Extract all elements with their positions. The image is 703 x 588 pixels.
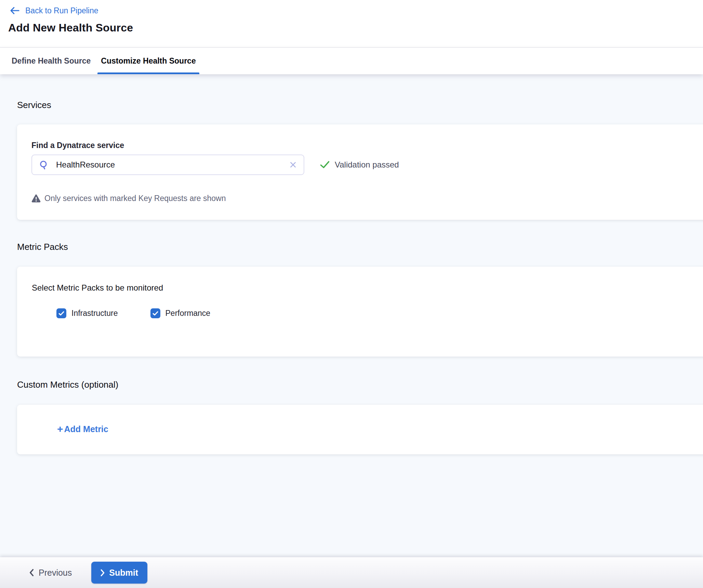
service-search-input[interactable]: HealthResource — [31, 155, 304, 175]
checkbox-checked-icon — [56, 308, 66, 318]
validation-check-icon — [320, 161, 330, 169]
tab-define-health-source[interactable]: Define Health Source — [8, 48, 94, 74]
metric-packs-card: Select Metric Packs to be monitored Infr… — [17, 267, 703, 357]
add-health-source-page: Back to Run Pipeline Add New Health Sour… — [0, 0, 703, 588]
custom-metrics-card: + Add Metric — [17, 405, 703, 454]
previous-button[interactable]: Previous — [29, 568, 72, 578]
metric-packs-heading: Metric Packs — [17, 242, 703, 252]
service-search-label: Find a Dynatrace service — [31, 141, 703, 150]
validation-status: Validation passed — [320, 160, 399, 170]
checkbox-checked-icon — [150, 308, 160, 318]
submit-button[interactable]: Submit — [91, 562, 147, 584]
add-metric-label: Add Metric — [64, 424, 108, 434]
back-link-label: Back to Run Pipeline — [25, 6, 98, 15]
checkbox-performance[interactable]: Performance — [150, 308, 211, 318]
service-search-row: HealthResource Validation passed — [31, 155, 703, 175]
services-card: Find a Dynatrace service HealthResource — [17, 124, 703, 220]
warning-icon — [31, 194, 41, 203]
checkbox-label-performance: Performance — [165, 309, 211, 318]
search-icon — [39, 160, 49, 170]
tab-bar: Define Health Source Customize Health So… — [0, 48, 703, 74]
page-header: Back to Run Pipeline Add New Health Sour… — [0, 0, 703, 48]
back-arrow-icon — [10, 7, 20, 14]
services-heading: Services — [17, 100, 703, 110]
checkbox-infrastructure[interactable]: Infrastructure — [56, 308, 118, 318]
service-search-value: HealthResource — [56, 160, 115, 170]
clear-search-icon[interactable] — [289, 161, 297, 169]
warning-text: Only services with marked Key Requests a… — [44, 194, 226, 203]
chevron-right-icon — [101, 569, 105, 576]
metric-packs-options: Infrastructure Performance — [56, 308, 703, 318]
tab-customize-health-source[interactable]: Customize Health Source — [97, 48, 199, 74]
add-metric-button[interactable]: + Add Metric — [57, 424, 108, 434]
metric-packs-subtitle: Select Metric Packs to be monitored — [32, 283, 703, 293]
page-title: Add New Health Source — [8, 22, 703, 34]
footer-bar: Previous Submit — [0, 557, 703, 588]
custom-metrics-heading: Custom Metrics (optional) — [17, 379, 703, 390]
plus-icon: + — [57, 424, 63, 434]
previous-button-label: Previous — [39, 568, 72, 578]
chevron-left-icon — [29, 569, 34, 576]
main-content: Services Find a Dynatrace service Health… — [0, 75, 703, 557]
checkbox-label-infrastructure: Infrastructure — [71, 309, 118, 318]
back-link[interactable]: Back to Run Pipeline — [10, 5, 98, 16]
validation-text: Validation passed — [335, 160, 399, 170]
submit-button-label: Submit — [109, 568, 138, 578]
key-requests-warning: Only services with marked Key Requests a… — [31, 194, 703, 203]
